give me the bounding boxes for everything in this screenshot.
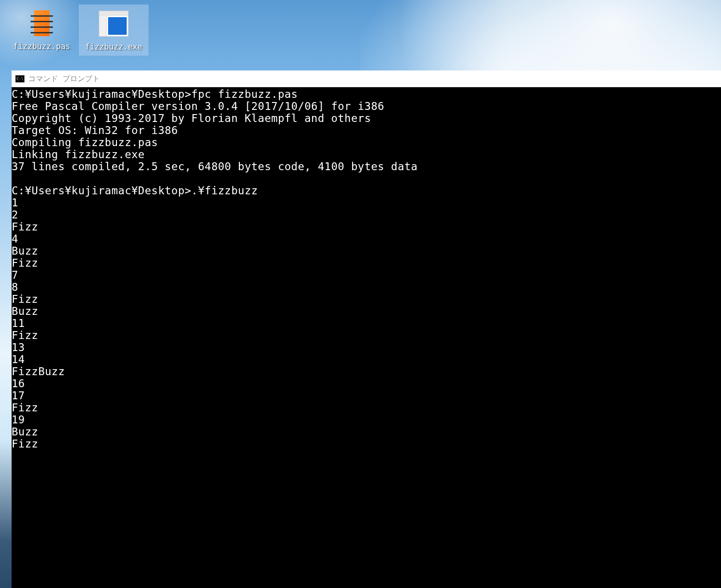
terminal-line: Buzz <box>12 245 721 257</box>
terminal-line: C:¥Users¥kujiramac¥Desktop>.¥fizzbuzz <box>12 185 721 197</box>
terminal-line: Buzz <box>12 426 721 438</box>
terminal-output[interactable]: C:¥Users¥kujiramac¥Desktop>fpc fizzbuzz.… <box>12 87 721 588</box>
file-icon <box>99 9 129 38</box>
file-icon <box>27 8 57 38</box>
executable-file-icon <box>99 11 129 37</box>
terminal-line: Fizz <box>12 329 721 341</box>
terminal-line: 13 <box>12 341 721 353</box>
window-title: コマンド プロンプト <box>28 74 100 84</box>
terminal-line: C:¥Users¥kujiramac¥Desktop>fpc fizzbuzz.… <box>12 88 721 100</box>
desktop-icon-fizzbuzz-exe[interactable]: fizzbuzz.exe <box>79 5 148 56</box>
terminal-line: Fizz <box>12 438 721 450</box>
terminal-line: FizzBuzz <box>12 365 721 377</box>
desktop-icon-label: fizzbuzz.pas <box>13 42 71 51</box>
terminal-line: Free Pascal Compiler version 3.0.4 [2017… <box>12 100 721 112</box>
pascal-file-icon <box>31 10 53 36</box>
terminal-line: 37 lines compiled, 2.5 sec, 64800 bytes … <box>12 160 721 173</box>
terminal-line: 14 <box>12 353 721 365</box>
terminal-line: Buzz <box>12 305 721 317</box>
terminal-line: Fizz <box>12 293 721 305</box>
command-prompt-icon: C:\ <box>15 75 25 83</box>
terminal-line: Fizz <box>12 402 721 414</box>
terminal-line: Copyright (c) 1993-2017 by Florian Klaem… <box>12 112 721 124</box>
terminal-line: 17 <box>12 390 721 402</box>
terminal-line: 1 <box>12 197 721 209</box>
terminal-line: 7 <box>12 269 721 281</box>
terminal-line: 4 <box>12 233 721 245</box>
terminal-line <box>12 173 721 185</box>
terminal-line: Fizz <box>12 221 721 233</box>
window-titlebar[interactable]: C:\ コマンド プロンプト <box>12 70 721 87</box>
terminal-line: 16 <box>12 377 721 390</box>
terminal-line: 2 <box>12 209 721 221</box>
desktop-icon-label: fizzbuzz.exe <box>85 42 142 51</box>
terminal-line: Linking fizzbuzz.exe <box>12 148 721 160</box>
terminal-line: Target OS: Win32 for i386 <box>12 124 721 136</box>
desktop-icon-fizzbuzz-pas[interactable]: fizzbuzz.pas <box>7 5 77 55</box>
terminal-line: Fizz <box>12 257 721 269</box>
terminal-line: 19 <box>12 414 721 426</box>
terminal-line: 8 <box>12 281 721 293</box>
command-prompt-window[interactable]: C:\ コマンド プロンプト C:¥Users¥kujiramac¥Deskto… <box>12 70 721 588</box>
terminal-line: Compiling fizzbuzz.pas <box>12 136 721 148</box>
terminal-line: 11 <box>12 317 721 329</box>
